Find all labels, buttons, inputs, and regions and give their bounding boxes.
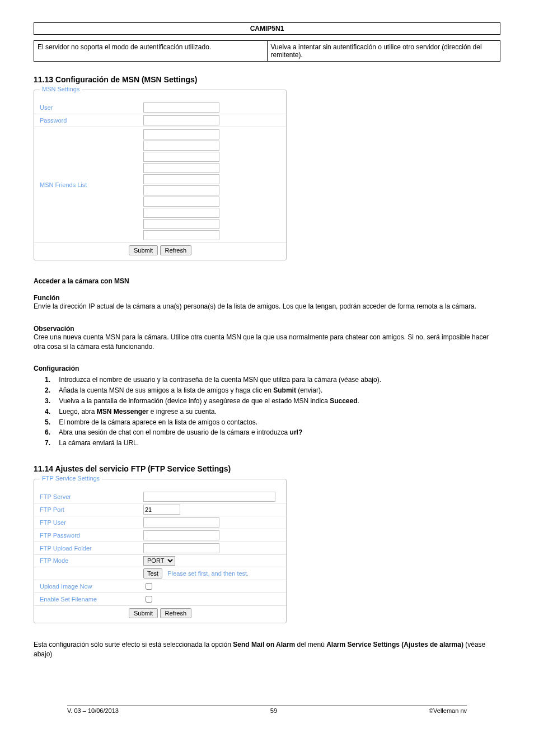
msn-refresh-button[interactable]: Refresh <box>160 245 192 255</box>
msn-access-heading: Acceder a la cámara con MSN <box>34 277 500 285</box>
ftp-settings-legend: FTP Service Settings <box>40 475 102 482</box>
msn-friend-input-8[interactable] <box>143 208 219 218</box>
funcion-heading: Función <box>34 294 500 302</box>
msn-friend-input-1[interactable] <box>143 129 219 139</box>
ftp-password-input[interactable] <box>143 530 219 540</box>
ftp-upload-now-checkbox[interactable] <box>146 583 152 590</box>
msn-password-label: Password <box>34 114 140 127</box>
ftp-server-label: FTP Server <box>34 491 140 503</box>
observacion-text: Cree una nueva cuenta MSN para la cámara… <box>34 333 500 352</box>
msn-friend-input-10[interactable] <box>143 230 219 240</box>
ftp-mode-label: FTP Mode <box>34 554 140 567</box>
ftp-user-label: FTP User <box>34 516 140 529</box>
step-1: 1. Introduzca el nombre de usuario y la … <box>45 375 500 385</box>
msn-friend-input-2[interactable] <box>143 141 219 151</box>
ftp-refresh-button[interactable]: Refresh <box>160 608 192 618</box>
ftp-port-label: FTP Port <box>34 503 140 516</box>
step-7: 7. La cámara enviará la URL. <box>45 438 500 449</box>
page-footer: V. 03 – 10/06/2013 59 ©Velleman nv <box>67 706 467 714</box>
post-ftp-text: Esta configuración sólo surte efecto si … <box>34 640 500 659</box>
msn-friend-input-5[interactable] <box>143 174 219 184</box>
ftp-user-input[interactable] <box>143 517 219 528</box>
ftp-submit-button[interactable]: Submit <box>129 608 158 618</box>
msn-friend-input-6[interactable] <box>143 185 219 195</box>
ftp-settings-panel: FTP Service Settings FTP Server FTP Port… <box>34 479 287 623</box>
ftp-server-input[interactable] <box>143 492 275 502</box>
ftp-upload-folder-input[interactable] <box>143 543 219 553</box>
msn-friend-input-9[interactable] <box>143 219 219 229</box>
configuracion-heading: Configuración <box>34 365 500 372</box>
msn-submit-button[interactable]: Submit <box>129 245 158 255</box>
section-1114-heading: 11.14 Ajustes del servicio FTP (FTP Serv… <box>34 464 500 473</box>
ftp-port-input[interactable] <box>143 505 180 515</box>
section-1113-heading: 11.13 Configuración de MSN (MSN Settings… <box>34 75 500 84</box>
info-right: Vuelva a intentar sin autentificación o … <box>267 41 500 62</box>
footer-copyright: ©Velleman nv <box>429 707 467 714</box>
ftp-mode-select[interactable]: PORT <box>143 556 175 566</box>
step-3: 3. Vuelva a la pantalla de información (… <box>45 396 500 407</box>
step-6: 6. Abra una sesión de chat con el nombre… <box>45 427 500 438</box>
msn-button-row: Submit Refresh <box>34 242 286 255</box>
ftp-upload-folder-label: FTP Upload Folder <box>34 542 140 554</box>
funcion-text: Envíe la dirección IP actual de la cámar… <box>34 302 500 311</box>
msn-friends-list <box>143 128 283 241</box>
msn-user-input[interactable] <box>143 102 219 113</box>
info-left: El servidor no soporta el modo de autent… <box>34 41 268 62</box>
footer-page-number: 59 <box>270 707 277 714</box>
msn-friend-input-3[interactable] <box>143 152 219 162</box>
configuracion-steps: 1. Introduzca el nombre de usuario y la … <box>34 375 500 449</box>
footer-version: V. 03 – 10/06/2013 <box>67 707 119 714</box>
ftp-enable-filename-label: Enable Set Filename <box>34 592 140 605</box>
ftp-test-button[interactable]: Test <box>143 568 162 578</box>
ftp-test-label <box>34 567 140 580</box>
ftp-upload-now-label: Upload Image Now <box>34 580 140 592</box>
page-header: CAMIP5N1 <box>34 22 500 35</box>
step-5: 5. El nombre de la cámara aparece en la … <box>45 417 500 428</box>
msn-settings-legend: MSN Settings <box>40 86 82 92</box>
info-table: El servidor no soporta el modo de autent… <box>34 40 500 62</box>
observacion-heading: Observación <box>34 325 500 333</box>
msn-settings-panel: MSN Settings User Password MSN Friends L… <box>34 90 287 260</box>
ftp-enable-filename-checkbox[interactable] <box>146 596 152 603</box>
msn-user-label: User <box>34 101 140 114</box>
ftp-password-label: FTP Password <box>34 529 140 542</box>
ftp-test-hint: Please set first, and then test. <box>167 570 249 577</box>
msn-friend-input-4[interactable] <box>143 163 219 173</box>
ftp-button-row: Submit Refresh <box>34 605 286 618</box>
msn-friend-input-7[interactable] <box>143 197 219 207</box>
msn-friends-label: MSN Friends List <box>34 127 140 243</box>
msn-password-input[interactable] <box>143 115 219 125</box>
step-2: 2. Añada la cuenta MSN de sus amigos a l… <box>45 385 500 396</box>
step-4: 4. Luego, abra MSN Messenger e ingrese a… <box>45 407 500 417</box>
